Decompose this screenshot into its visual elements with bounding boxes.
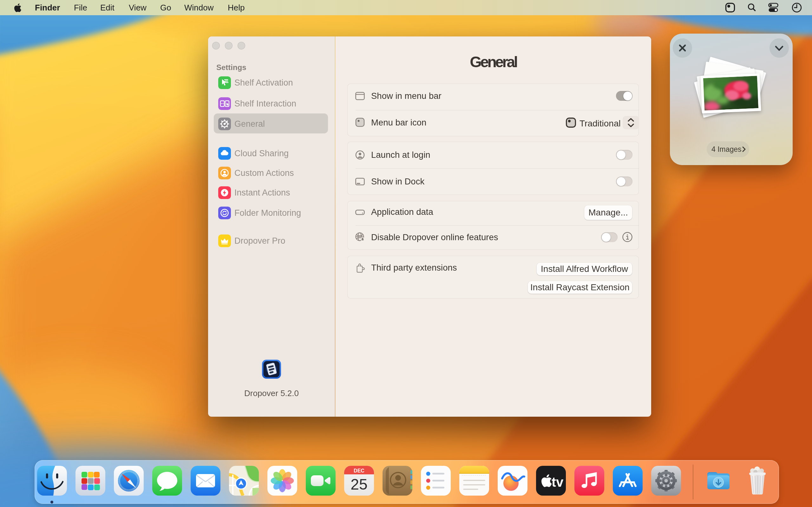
svg-text:tv: tv [552, 475, 564, 490]
svg-text:25: 25 [351, 476, 367, 493]
svg-text:DEC: DEC [354, 468, 364, 473]
